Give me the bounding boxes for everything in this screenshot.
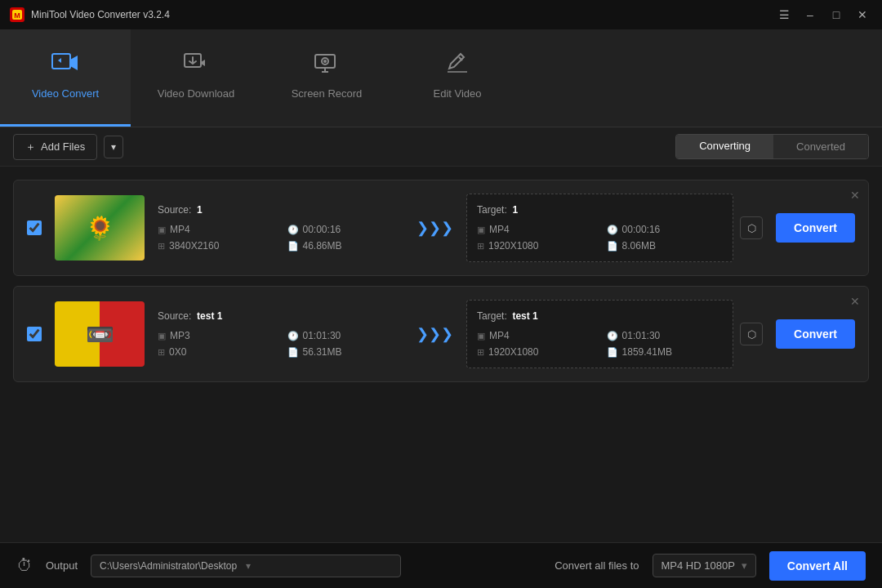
target-name-2: test 1 [512, 310, 537, 322]
convert-button-1[interactable]: Convert [776, 213, 855, 243]
format-selector[interactable]: MP4 HD 1080P ▾ [653, 554, 756, 577]
target-title-2: Target: test 1 [477, 310, 723, 322]
nav-label-video-convert: Video Convert [32, 87, 99, 100]
output-label: Output [46, 559, 78, 572]
target-duration-1: 🕐 00:00:16 [607, 224, 724, 235]
res-icon-1: ⊞ [158, 241, 165, 252]
nav-item-edit-video[interactable]: Edit Video [392, 29, 523, 127]
menu-button[interactable]: ☰ [774, 5, 794, 24]
target-clock-icon-1: 🕐 [607, 225, 618, 235]
nav-item-screen-record[interactable]: Screen Record [261, 29, 392, 127]
source-name-2: test 1 [197, 310, 222, 322]
file-card-1: 🌻 Source: 1 ▣ MP4 🕐 00:00:16 ⊞ [13, 180, 869, 276]
source-duration-2: 🕐 01:01:30 [287, 330, 404, 341]
dropdown-arrow-icon: ▾ [246, 560, 392, 572]
edit-target-button-1[interactable]: ⬡ [740, 216, 763, 239]
video-download-icon [181, 51, 211, 81]
svg-point-7 [323, 60, 327, 63]
source-meta-2: ▣ MP3 🕐 01:01:30 ⊞ 0X0 📄 56.31MB [158, 330, 403, 358]
nav-item-video-download[interactable]: Video Download [131, 29, 261, 127]
target-section-2: Target: test 1 ▣ MP4 🕐 01:01:30 ⊞ 1920X1… [466, 300, 733, 368]
nav-item-video-convert[interactable]: Video Convert [0, 29, 131, 127]
close-button[interactable]: ✕ [853, 5, 872, 24]
source-section-1: Source: 1 ▣ MP4 🕐 00:00:16 ⊞ 3840X2160 [158, 204, 403, 252]
nav-label-video-download: Video Download [158, 87, 234, 100]
bottom-bar: ⏱ Output C:\Users\Administrator\Desktop … [0, 542, 882, 588]
add-icon: ＋ [25, 140, 36, 154]
clock-icon-1: 🕐 [287, 225, 299, 235]
source-duration-1: 🕐 00:00:16 [287, 224, 404, 235]
target-meta-1: ▣ MP4 🕐 00:00:16 ⊞ 1920X1080 📄 8.06MB [477, 224, 723, 252]
add-files-label: Add Files [41, 140, 85, 153]
target-size-1: 📄 8.06MB [607, 240, 724, 252]
svg-text:M: M [14, 11, 20, 20]
maximize-button[interactable]: □ [826, 5, 846, 24]
source-name-1: 1 [197, 204, 203, 216]
target-res-icon-1: ⊞ [477, 241, 484, 252]
thumbnail-2: 📼 [55, 301, 145, 367]
target-resolution-1: ⊞ 1920X1080 [477, 240, 594, 252]
target-name-1: 1 [512, 204, 518, 216]
source-meta-1: ▣ MP4 🕐 00:00:16 ⊞ 3840X2160 📄 46.86MB [158, 224, 403, 252]
source-format-2: ▣ MP3 [158, 330, 274, 341]
close-card-button-1[interactable]: ✕ [850, 189, 860, 202]
format-icon-2: ▣ [158, 331, 166, 341]
target-clock-icon-2: 🕐 [607, 331, 618, 341]
source-title-1: Source: 1 [158, 204, 403, 216]
edit-video-icon [443, 51, 472, 81]
title-bar: M MiniTool Video Converter v3.2.4 ☰ – □ … [0, 0, 882, 29]
format-option-text: MP4 HD 1080P [662, 559, 735, 572]
target-meta-2: ▣ MP4 🕐 01:01:30 ⊞ 1920X1080 📄 1859.41MB [477, 330, 723, 358]
output-path-field[interactable]: C:\Users\Administrator\Desktop ▾ [91, 555, 401, 577]
source-section-2: Source: test 1 ▣ MP3 🕐 01:01:30 ⊞ 0X0 [158, 310, 403, 358]
clock-icon-2: 🕐 [287, 331, 299, 341]
res-icon-2: ⊞ [158, 347, 165, 358]
source-resolution-1: ⊞ 3840X2160 [158, 240, 274, 252]
target-format-icon-2: ▣ [477, 331, 485, 341]
source-format-1: ▣ MP4 [158, 224, 274, 235]
add-files-dropdown-button[interactable]: ▾ [104, 136, 123, 158]
output-path-text: C:\Users\Administrator\Desktop [100, 560, 246, 572]
app-logo-icon: M [10, 7, 24, 22]
content-area: 🌻 Source: 1 ▣ MP4 🕐 00:00:16 ⊞ [0, 167, 882, 542]
target-format-2: ▣ MP4 [477, 330, 594, 341]
file-info-1: Source: 1 ▣ MP4 🕐 00:00:16 ⊞ 3840X2160 [158, 194, 763, 262]
title-bar-left: M MiniTool Video Converter v3.2.4 [10, 7, 170, 22]
target-resolution-2: ⊞ 1920X1080 [477, 346, 594, 358]
clock-output-icon: ⏱ [16, 556, 33, 575]
arrows-2: ❯❯❯ [410, 325, 460, 343]
file-checkbox-1[interactable] [27, 220, 42, 235]
add-files-button[interactable]: ＋ Add Files [13, 134, 97, 160]
file-info-2: Source: test 1 ▣ MP3 🕐 01:01:30 ⊞ 0X0 [158, 300, 763, 368]
format-icon-1: ▣ [158, 225, 166, 235]
window-controls: ☰ – □ ✕ [774, 5, 872, 24]
file-checkbox-2[interactable] [27, 327, 42, 341]
toolbar: ＋ Add Files ▾ Converting Converted [0, 127, 882, 167]
source-resolution-2: ⊞ 0X0 [158, 346, 274, 358]
edit-target-button-2[interactable]: ⬡ [740, 323, 763, 345]
size-icon-2: 📄 [287, 347, 299, 358]
target-size-icon-2: 📄 [607, 347, 618, 358]
video-convert-icon [51, 51, 80, 81]
thumbnail-1: 🌻 [55, 195, 145, 261]
nav-label-edit-video: Edit Video [433, 87, 481, 100]
source-size-1: 📄 46.86MB [287, 240, 404, 252]
minimize-button[interactable]: – [800, 5, 820, 24]
convert-all-button[interactable]: Convert All [769, 551, 866, 581]
convert-button-2[interactable]: Convert [776, 319, 855, 349]
source-title-2: Source: test 1 [158, 310, 403, 322]
target-section-1: Target: 1 ▣ MP4 🕐 00:00:16 ⊞ 1920X1080 [466, 194, 733, 262]
screen-record-icon [312, 51, 341, 81]
target-size-2: 📄 1859.41MB [607, 346, 724, 358]
nav-label-screen-record: Screen Record [292, 87, 363, 100]
convert-all-to-label: Convert all files to [555, 559, 639, 572]
tab-converting[interactable]: Converting [676, 135, 773, 158]
file-card-2: 📼 Source: test 1 ▣ MP3 🕐 01:01:30 [13, 286, 869, 382]
close-card-button-2[interactable]: ✕ [850, 295, 860, 308]
nav-bar: Video Convert Video Download Screen Reco… [0, 29, 882, 127]
arrows-1: ❯❯❯ [410, 219, 460, 237]
target-format-1: ▣ MP4 [477, 224, 594, 235]
target-res-icon-2: ⊞ [477, 347, 484, 358]
tabs: Converting Converted [675, 134, 869, 159]
tab-converted[interactable]: Converted [773, 135, 868, 158]
